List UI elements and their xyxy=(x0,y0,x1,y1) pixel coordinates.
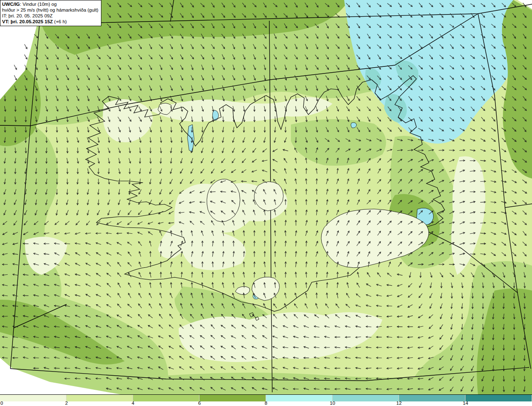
weather-map-stage: UWC/IG: Vindur (10m) og hviður > 25 m/s … xyxy=(0,0,532,406)
colorbar-segment-8 xyxy=(266,395,332,401)
glacier-hofsjokull xyxy=(254,181,283,211)
wind-speed-colorbar: 02468101214 xyxy=(0,394,532,406)
weather-map xyxy=(0,0,532,394)
info-line-valid-time: VT: þri. 20.05.2025 15Z (+6 h) xyxy=(2,19,99,24)
forecast-info-box: UWC/IG: Vindur (10m) og hviður > 25 m/s … xyxy=(0,0,101,26)
colorbar-tick-label: 6 xyxy=(198,401,201,406)
colorbar-segment-0 xyxy=(0,395,66,401)
info-line-model: UWC/IG: Vindur (10m) og xyxy=(2,1,99,7)
valid-time: VT: þri. 20.05.2025 15Z xyxy=(2,19,53,24)
colorbar-tick-label: 10 xyxy=(330,401,335,406)
colorbar-tick-label: 8 xyxy=(265,401,267,406)
colorbar-segment-10 xyxy=(332,395,399,401)
info-line-variables: hviður > 25 m/s (hvítt) og hámarkshviða … xyxy=(2,7,99,13)
colorbar-tick-label: 0 xyxy=(0,401,3,406)
colorbar-tick-label: 4 xyxy=(132,401,134,406)
colorbar-tick-label: 14 xyxy=(463,401,468,406)
colorbar-segment-14 xyxy=(466,395,532,401)
colorbar-segment-2 xyxy=(66,395,133,401)
colorbar-tick-labels: 02468101214 xyxy=(0,401,532,406)
colorbar-segment-6 xyxy=(200,395,266,401)
colorbar-tick-label: 2 xyxy=(65,401,68,406)
colorbar-segment-12 xyxy=(399,395,466,401)
colorbar-segment-4 xyxy=(133,395,200,401)
colorbar-tick-label: 12 xyxy=(397,401,402,406)
model-name: UWC/IG xyxy=(2,2,20,7)
info-line-init-time: IT: þri. 20. 05. 2025 09Z xyxy=(2,13,99,19)
